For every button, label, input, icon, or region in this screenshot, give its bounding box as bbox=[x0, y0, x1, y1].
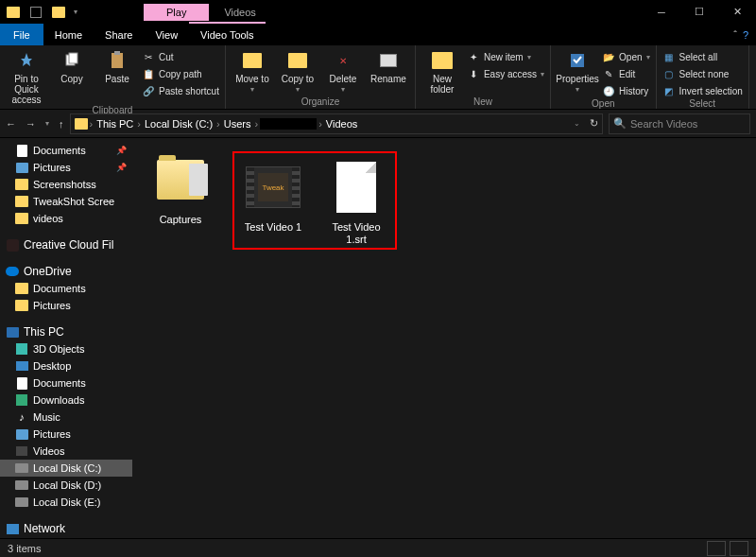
close-button[interactable]: ✕ bbox=[718, 0, 756, 24]
sidebar-item-screenshots[interactable]: Screenshotss bbox=[0, 176, 132, 193]
nav-pane[interactable]: Documents📌 Pictures📌 Screenshotss TweakS… bbox=[0, 138, 132, 538]
sidebar-item-local-e[interactable]: Local Disk (E:) bbox=[0, 494, 132, 511]
video-thumbnail-icon: Tweak bbox=[246, 166, 301, 208]
view-tab[interactable]: View bbox=[144, 24, 189, 45]
rename-button[interactable]: Rename bbox=[368, 47, 409, 84]
invert-selection-button[interactable]: ◩Invert selection bbox=[662, 83, 743, 98]
file-tab[interactable]: File bbox=[0, 24, 43, 45]
menu-bar: File Home Share View Video Tools ˆ ? bbox=[0, 24, 756, 45]
crumb-user-redacted[interactable] bbox=[260, 118, 317, 130]
sidebar-item-creative-cloud[interactable]: Creative Cloud Fil bbox=[0, 236, 132, 253]
maximize-button[interactable]: ☐ bbox=[680, 0, 718, 24]
qat-newfolder-icon[interactable] bbox=[51, 5, 66, 20]
sidebar-item-3d-objects[interactable]: 3D Objects bbox=[0, 340, 132, 357]
home-tab[interactable]: Home bbox=[43, 24, 94, 45]
sidebar-item-od-pictures[interactable]: Pictures bbox=[0, 297, 132, 314]
address-dropdown-icon[interactable]: ⌄ bbox=[574, 119, 580, 128]
copy-path-button[interactable]: 📋Copy path bbox=[142, 66, 219, 81]
document-icon bbox=[336, 162, 376, 213]
cut-button[interactable]: ✂Cut bbox=[142, 49, 219, 64]
sidebar-item-documents[interactable]: Documents📌 bbox=[0, 142, 132, 159]
move-to-button[interactable]: Move to▾ bbox=[232, 47, 273, 95]
forward-button[interactable]: → bbox=[26, 118, 36, 130]
history-button[interactable]: 🕘History bbox=[602, 83, 649, 98]
group-organize-label: Organize bbox=[232, 96, 409, 109]
nav-bar: ← → ▾ ↑ › This PC› Local Disk (C:)› User… bbox=[0, 110, 756, 138]
open-button[interactable]: 📂Open▾ bbox=[602, 49, 649, 64]
icons-view-button[interactable] bbox=[730, 541, 748, 556]
sidebar-item-local-d[interactable]: Local Disk (D:) bbox=[0, 477, 132, 494]
delete-icon: ✕ bbox=[332, 49, 354, 72]
search-icon: 🔍 bbox=[613, 117, 627, 130]
easy-access-button[interactable]: ⬇Easy access▾ bbox=[467, 66, 544, 81]
status-bar: 3 items bbox=[0, 538, 756, 557]
scissors-icon: ✂ bbox=[142, 50, 155, 63]
delete-button[interactable]: ✕Delete▾ bbox=[322, 47, 364, 95]
svg-rect-3 bbox=[114, 51, 120, 55]
sidebar-item-videos-quick[interactable]: videos bbox=[0, 210, 132, 227]
folder-captures[interactable]: Captures bbox=[146, 151, 215, 226]
sidebar-item-pictures[interactable]: Pictures📌 bbox=[0, 159, 132, 176]
sidebar-item-od-documents[interactable]: Documents bbox=[0, 280, 132, 297]
edit-button[interactable]: ✎Edit bbox=[602, 66, 649, 81]
crumb-videos[interactable]: Videos bbox=[324, 118, 359, 130]
crumb-local-disk[interactable]: Local Disk (C:) bbox=[143, 118, 215, 130]
sidebar-item-documents[interactable]: Documents bbox=[0, 374, 132, 392]
copy-button[interactable]: Copy bbox=[51, 47, 93, 84]
properties-button[interactable]: Properties▾ bbox=[557, 47, 598, 95]
paste-shortcut-button[interactable]: 🔗Paste shortcut bbox=[142, 83, 219, 98]
window-title: Videos bbox=[224, 7, 255, 18]
file-list[interactable]: Captures Tweak Test Video 1 Test Video 1… bbox=[132, 138, 756, 538]
video-tools-tab[interactable]: Video Tools bbox=[189, 22, 265, 45]
group-open-label: Open bbox=[557, 98, 649, 111]
paste-button[interactable]: Paste bbox=[96, 47, 138, 84]
file-test-video[interactable]: Tweak Test Video 1 bbox=[238, 159, 308, 246]
crumb-users[interactable]: Users bbox=[222, 118, 253, 130]
select-none-button[interactable]: ▢Select none bbox=[662, 66, 743, 81]
history-icon: 🕘 bbox=[602, 84, 615, 97]
share-tab[interactable]: Share bbox=[94, 24, 144, 45]
new-item-icon: ✦ bbox=[467, 50, 480, 63]
select-none-icon: ▢ bbox=[662, 67, 676, 80]
recent-dropdown-icon[interactable]: ▾ bbox=[45, 119, 49, 128]
sidebar-item-downloads[interactable]: Downloads bbox=[0, 392, 132, 409]
pin-to-quick-access-button[interactable]: Pin to Quick access bbox=[6, 47, 47, 105]
new-folder-icon bbox=[431, 49, 454, 72]
ribbon-collapse-icon[interactable]: ˆ bbox=[733, 29, 737, 41]
sidebar-item-tweakshot[interactable]: TweakShot Scree bbox=[0, 193, 132, 210]
sidebar-item-desktop[interactable]: Desktop bbox=[0, 357, 132, 374]
sidebar-item-videos[interactable]: Videos bbox=[0, 443, 132, 460]
refresh-button[interactable]: ↻ bbox=[590, 117, 598, 130]
search-input[interactable]: 🔍 Search Videos bbox=[609, 113, 750, 134]
context-tab-play[interactable]: Play bbox=[144, 4, 209, 21]
sidebar-item-music[interactable]: ♪Music bbox=[0, 409, 132, 426]
sidebar-item-network[interactable]: Network bbox=[0, 520, 132, 537]
pin-icon: 📌 bbox=[116, 146, 127, 155]
folder-icon bbox=[75, 118, 88, 130]
new-item-button[interactable]: ✦New item▾ bbox=[467, 49, 544, 64]
details-view-button[interactable] bbox=[707, 541, 726, 556]
file-test-video-srt[interactable]: Test Video 1.srt bbox=[321, 159, 391, 246]
qat-properties-icon[interactable] bbox=[28, 5, 43, 20]
new-folder-button[interactable]: New folder bbox=[421, 47, 463, 95]
crumb-this-pc[interactable]: This PC bbox=[94, 118, 135, 130]
help-icon[interactable]: ? bbox=[743, 29, 748, 41]
up-button[interactable]: ↑ bbox=[59, 118, 64, 130]
back-button[interactable]: ← bbox=[6, 118, 16, 130]
shortcut-icon: 🔗 bbox=[142, 84, 155, 97]
group-new-label: New bbox=[421, 96, 544, 109]
select-all-icon: ▦ bbox=[662, 50, 676, 63]
copy-to-button[interactable]: Copy to▾ bbox=[277, 47, 318, 95]
qat-dropdown-icon[interactable]: ▾ bbox=[74, 8, 77, 16]
address-bar[interactable]: › This PC› Local Disk (C:)› Users› › Vid… bbox=[70, 113, 604, 134]
svg-rect-2 bbox=[112, 53, 123, 68]
ribbon: Pin to Quick access Copy Paste ✂Cut 📋Cop… bbox=[0, 45, 756, 110]
sidebar-item-pictures2[interactable]: Pictures bbox=[0, 426, 132, 443]
properties-icon bbox=[566, 49, 589, 72]
minimize-button[interactable]: ─ bbox=[643, 0, 680, 24]
sidebar-item-this-pc[interactable]: This PC bbox=[0, 323, 132, 340]
select-all-button[interactable]: ▦Select all bbox=[662, 49, 743, 64]
sidebar-item-local-c[interactable]: Local Disk (C:) bbox=[0, 460, 132, 477]
edit-icon: ✎ bbox=[602, 67, 615, 80]
sidebar-item-onedrive[interactable]: OneDrive bbox=[0, 263, 132, 280]
